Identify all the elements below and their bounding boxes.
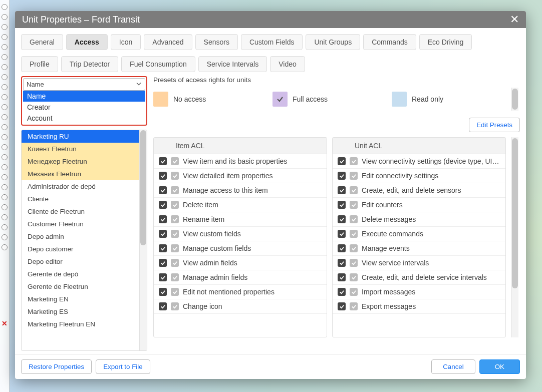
acl-row-label: Create, edit, and delete sensors	[362, 186, 461, 194]
checkbox-unchecked-icon[interactable]	[171, 244, 179, 252]
preset-label: No access	[173, 95, 206, 103]
ok-button[interactable]: OK	[479, 359, 520, 374]
tab-access[interactable]: Access	[66, 34, 108, 50]
close-icon[interactable]: ✕	[510, 14, 519, 25]
checkbox-checked-icon[interactable]	[338, 201, 346, 209]
checkbox-unchecked-icon[interactable]	[350, 259, 358, 267]
checkbox-unchecked-icon[interactable]	[350, 215, 358, 223]
tab-custom-fields[interactable]: Custom Fields	[241, 34, 303, 50]
acl-row-label: View custom fields	[183, 230, 241, 238]
user-list-item[interactable]: Customer Fleetrun	[22, 218, 139, 230]
export-to-file-button[interactable]: Export to File	[96, 359, 150, 374]
user-list-item[interactable]: Marketing EN	[22, 293, 139, 305]
checkbox-unchecked-icon[interactable]	[350, 288, 358, 296]
list-scrollbar[interactable]	[139, 130, 147, 350]
list-scrollbar-thumb[interactable]	[140, 130, 146, 245]
checkbox-unchecked-icon[interactable]	[350, 172, 358, 180]
preset-read-only[interactable]: Read only	[392, 88, 511, 111]
user-list-item[interactable]: Depo customer	[22, 243, 139, 255]
user-list-item[interactable]: Клиент Fleetrun	[22, 143, 139, 155]
user-list-item[interactable]: Gerente de depó	[22, 268, 139, 280]
user-list-item[interactable]: Marketing RU	[22, 130, 139, 143]
acl-scrollbar[interactable]	[511, 137, 518, 337]
checkbox-checked-icon[interactable]	[159, 273, 167, 281]
checkbox-checked-icon[interactable]	[159, 230, 167, 238]
checkbox-unchecked-icon[interactable]	[350, 230, 358, 238]
tab-advanced[interactable]: Advanced	[144, 34, 192, 50]
checkbox-checked-icon[interactable]	[338, 157, 346, 165]
checkbox-unchecked-icon[interactable]	[171, 215, 179, 223]
filter-option-creator[interactable]: Creator	[23, 102, 145, 113]
checkbox-checked-icon[interactable]	[338, 273, 346, 281]
presets-scrollbar[interactable]	[511, 88, 518, 111]
checkbox-checked-icon[interactable]	[338, 302, 346, 310]
acl-scrollbar-thumb[interactable]	[512, 138, 518, 288]
checkbox-unchecked-icon[interactable]	[350, 244, 358, 252]
checkbox-checked-icon[interactable]	[159, 244, 167, 252]
user-list-item[interactable]: Cliente	[22, 193, 139, 205]
checkbox-unchecked-icon[interactable]	[171, 172, 179, 180]
checkbox-unchecked-icon[interactable]	[350, 273, 358, 281]
filter-option-name[interactable]: Name	[23, 91, 145, 102]
checkbox-checked-icon[interactable]	[338, 288, 346, 296]
user-list-item[interactable]: Механик Fleetrun	[22, 168, 139, 180]
tab-unit-groups[interactable]: Unit Groups	[306, 34, 360, 50]
checkbox-unchecked-icon[interactable]	[171, 186, 179, 194]
tab-eco-driving[interactable]: Eco Driving	[419, 34, 472, 50]
tab-commands[interactable]: Commands	[363, 34, 416, 50]
checkbox-unchecked-icon[interactable]	[171, 201, 179, 209]
tab-sensors[interactable]: Sensors	[195, 34, 238, 50]
checkbox-checked-icon[interactable]	[159, 201, 167, 209]
acl-row-label: Edit not mentioned properties	[183, 288, 275, 296]
checkbox-unchecked-icon[interactable]	[350, 157, 358, 165]
checkbox-unchecked-icon[interactable]	[171, 230, 179, 238]
filter-dropdown-highlighted: Name NameCreatorAccount	[21, 76, 147, 126]
checkbox-unchecked-icon[interactable]	[171, 259, 179, 267]
filter-option-account[interactable]: Account	[23, 113, 145, 124]
checkbox-unchecked-icon[interactable]	[350, 302, 358, 310]
checkbox-unchecked-icon[interactable]	[171, 273, 179, 281]
checkbox-checked-icon[interactable]	[159, 157, 167, 165]
tab-profile[interactable]: Profile	[21, 56, 58, 72]
user-list-item[interactable]: Depo editor	[22, 255, 139, 268]
edit-presets-button[interactable]: Edit Presets	[469, 118, 520, 132]
filter-select[interactable]: Name	[23, 78, 145, 91]
checkbox-checked-icon[interactable]	[338, 172, 346, 180]
checkbox-checked-icon[interactable]	[159, 172, 167, 180]
preset-no-access[interactable]: No access	[153, 88, 273, 111]
checkbox-unchecked-icon[interactable]	[350, 201, 358, 209]
tab-service-intervals[interactable]: Service Intervals	[198, 56, 267, 72]
user-list-item[interactable]: Менеджер Fleetrun	[22, 155, 139, 168]
checkbox-checked-icon[interactable]	[338, 186, 346, 194]
checkbox-unchecked-icon[interactable]	[171, 288, 179, 296]
checkbox-checked-icon[interactable]	[338, 259, 346, 267]
user-list-item[interactable]: Gerente de Fleetrun	[22, 280, 139, 293]
checkbox-checked-icon[interactable]	[338, 244, 346, 252]
user-list[interactable]: Marketing RUКлиент FleetrunМенеджер Flee…	[21, 130, 147, 351]
user-list-item[interactable]: Depo admin	[22, 230, 139, 243]
preset-full-access[interactable]: Full access	[273, 88, 392, 111]
tab-trip-detector[interactable]: Trip Detector	[61, 56, 118, 72]
checkbox-checked-icon[interactable]	[159, 288, 167, 296]
checkbox-unchecked-icon[interactable]	[350, 186, 358, 194]
tab-general[interactable]: General	[21, 34, 63, 50]
tab-video[interactable]: Video	[270, 56, 305, 72]
checkbox-checked-icon[interactable]	[159, 302, 167, 310]
user-list-item[interactable]: Marketing Fleetrun EN	[22, 318, 139, 330]
checkbox-unchecked-icon[interactable]	[171, 157, 179, 165]
user-list-item[interactable]: Marketing ES	[22, 305, 139, 318]
tab-icon[interactable]: Icon	[111, 34, 141, 50]
checkbox-checked-icon[interactable]	[159, 259, 167, 267]
checkbox-unchecked-icon[interactable]	[171, 302, 179, 310]
close-x-icon[interactable]: ✕	[0, 319, 9, 327]
checkbox-checked-icon[interactable]	[159, 186, 167, 194]
presets-scrollbar-thumb[interactable]	[512, 89, 518, 110]
tab-fuel-consumption[interactable]: Fuel Consumption	[121, 56, 195, 72]
restore-properties-button[interactable]: Restore Properties	[21, 359, 92, 374]
checkbox-checked-icon[interactable]	[159, 215, 167, 223]
user-list-item[interactable]: Cliente de Fleetrun	[22, 205, 139, 218]
checkbox-checked-icon[interactable]	[338, 215, 346, 223]
checkbox-checked-icon[interactable]	[338, 230, 346, 238]
user-list-item[interactable]: Administrador de depó	[22, 180, 139, 193]
cancel-button[interactable]: Cancel	[431, 359, 475, 374]
